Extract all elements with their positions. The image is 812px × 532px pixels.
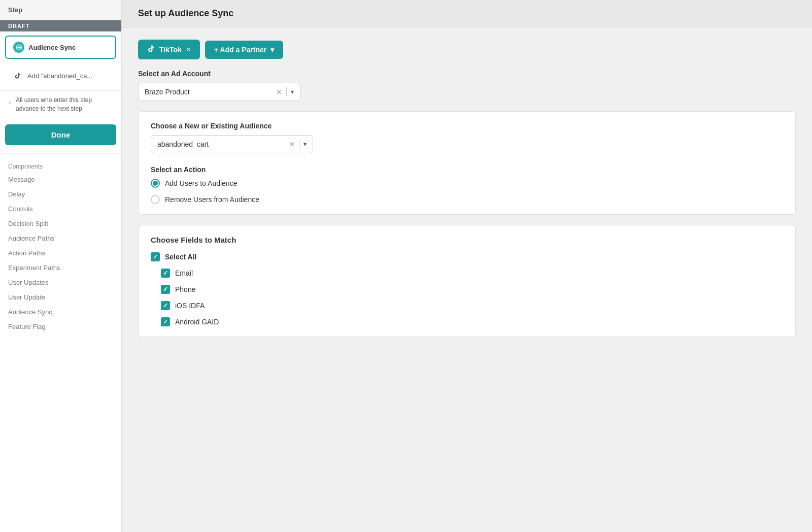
ad-account-label: Select an Ad Account	[138, 70, 796, 78]
audience-sync-icon	[13, 42, 24, 53]
checkbox-select-all-box	[151, 252, 160, 261]
checkbox-email-box	[161, 269, 170, 278]
audience-action-section: Choose a New or Existing Audience abando…	[138, 111, 796, 215]
ad-account-value: Braze Product	[145, 88, 272, 96]
partner-row: TikTok ✕ + Add a Partner ▾	[138, 40, 796, 59]
action-subsection: Select an Action Add Users to Audience R…	[151, 165, 783, 204]
checkbox-group: Select All Email Phone iOS IDFA	[151, 252, 783, 326]
ad-account-select[interactable]: Braze Product ✕ ▾	[138, 83, 300, 101]
sidebar-info-text: All users who enter this step advance to…	[16, 96, 113, 113]
tiktok-button[interactable]: TikTok ✕	[138, 40, 200, 59]
sidebar-nav-message[interactable]: Message	[0, 172, 121, 187]
checkbox-select-all[interactable]: Select All	[151, 252, 783, 261]
audience-clear-icon[interactable]: ✕	[289, 140, 295, 148]
main-content: Set up Audience Sync TikTok ✕ + Add a Pa…	[122, 0, 812, 532]
sidebar-nav-delay[interactable]: Delay	[0, 187, 121, 202]
radio-remove-users-circle	[151, 195, 160, 204]
ad-account-dropdown-icon[interactable]: ▾	[291, 88, 294, 95]
sidebar-nav-experiment-paths[interactable]: Experiment Paths	[0, 260, 121, 275]
info-arrow-icon: ↓	[8, 96, 12, 107]
audience-select[interactable]: abandoned_cart ✕ ▾	[151, 135, 313, 153]
sidebar-nav-user-updates[interactable]: User Updates	[0, 275, 121, 290]
select-divider-2	[299, 140, 299, 149]
radio-add-users-label: Add Users to Audience	[165, 179, 237, 187]
radio-add-users-circle	[151, 179, 160, 188]
tiktok-small-icon	[12, 70, 23, 81]
sidebar-nav-audience-paths[interactable]: Audience Paths	[0, 231, 121, 246]
sidebar-nav: Components Message Delay Controls Decisi…	[0, 153, 121, 338]
action-radio-group: Add Users to Audience Remove Users from …	[151, 179, 783, 204]
tiktok-remove-icon[interactable]: ✕	[186, 46, 191, 53]
audience-sync-label: Audience Sync	[28, 44, 76, 51]
sidebar-info: ↓ All users who enter this step advance …	[0, 90, 121, 118]
sidebar: Step DRAFT Audience Sync Add "abandoned_…	[0, 0, 122, 532]
audience-dropdown-icon[interactable]: ▾	[303, 141, 307, 148]
tiktok-logo-icon	[147, 45, 155, 54]
draft-badge: DRAFT	[0, 20, 121, 31]
checkbox-android-gaid-label: Android GAID	[175, 318, 219, 326]
tiktok-label: TikTok	[159, 46, 182, 54]
audience-subsection: Choose a New or Existing Audience abando…	[151, 122, 783, 153]
add-partner-label: + Add a Partner	[214, 46, 266, 54]
fields-title: Choose Fields to Match	[151, 236, 783, 244]
sidebar-nav-user-update[interactable]: User Update	[0, 290, 121, 305]
add-partner-arrow-icon: ▾	[270, 46, 274, 54]
fields-section: Choose Fields to Match Select All Email …	[138, 225, 796, 337]
ad-account-section: Select an Ad Account Braze Product ✕ ▾	[138, 70, 796, 101]
action-label: Select an Action	[151, 165, 783, 174]
checkbox-phone-label: Phone	[175, 285, 195, 293]
main-body: TikTok ✕ + Add a Partner ▾ Select an Ad …	[122, 27, 812, 349]
sidebar-nav-decision-split[interactable]: Decision Split	[0, 216, 121, 231]
sidebar-nav-audience-sync[interactable]: Audience Sync	[0, 305, 121, 319]
sidebar-add-item[interactable]: Add "abandoned_ca...	[5, 65, 116, 86]
checkbox-android-gaid[interactable]: Android GAID	[161, 317, 783, 326]
add-partner-button[interactable]: + Add a Partner ▾	[205, 41, 283, 59]
select-divider	[286, 87, 287, 96]
sidebar-nav-feature-flag[interactable]: Feature Flag	[0, 319, 121, 334]
add-item-label: Add "abandoned_ca...	[27, 72, 92, 80]
sidebar-item-audience-sync[interactable]: Audience Sync	[5, 36, 116, 59]
checkbox-phone-box	[161, 285, 170, 294]
checkbox-select-all-label: Select All	[165, 253, 197, 261]
sidebar-nav-action-paths[interactable]: Action Paths	[0, 246, 121, 260]
components-label: Components	[0, 158, 121, 172]
checkbox-android-gaid-box	[161, 317, 170, 326]
checkbox-ios-idfa-label: iOS IDFA	[175, 302, 205, 310]
checkbox-phone[interactable]: Phone	[161, 285, 783, 294]
checkbox-ios-idfa[interactable]: iOS IDFA	[161, 301, 783, 310]
step-label: Step	[8, 6, 22, 14]
radio-remove-users-label: Remove Users from Audience	[165, 195, 259, 204]
checkbox-email-label: Email	[175, 269, 193, 277]
checkbox-ios-idfa-box	[161, 301, 170, 310]
main-header: Set up Audience Sync	[122, 0, 812, 27]
done-button[interactable]: Done	[5, 124, 116, 145]
sidebar-step-section: Step	[0, 0, 121, 20]
radio-add-users[interactable]: Add Users to Audience	[151, 179, 783, 188]
page-title: Set up Audience Sync	[138, 8, 796, 19]
ad-account-clear-icon[interactable]: ✕	[276, 88, 282, 96]
checkbox-email[interactable]: Email	[161, 269, 783, 278]
radio-remove-users[interactable]: Remove Users from Audience	[151, 195, 783, 204]
sidebar-nav-controls[interactable]: Controls	[0, 202, 121, 216]
audience-value: abandoned_cart	[157, 140, 285, 148]
audience-label: Choose a New or Existing Audience	[151, 122, 783, 130]
